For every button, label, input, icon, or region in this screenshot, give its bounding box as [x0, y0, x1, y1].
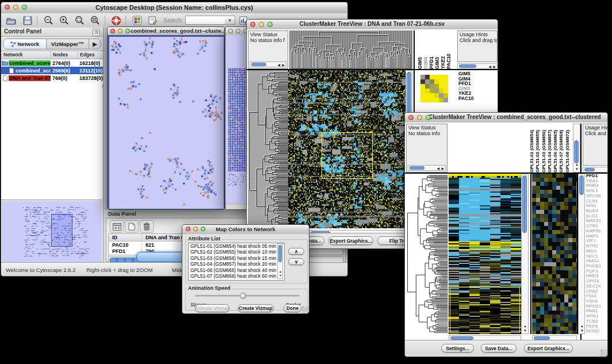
- scroll-left-icon[interactable]: ◀: [437, 167, 439, 170]
- tv1-row-labels[interactable]: GIM5GIM4PFD1GIM3YKE2PAC10: [458, 71, 474, 101]
- plugins-button[interactable]: [130, 14, 144, 26]
- zoom-button[interactable]: [125, 29, 130, 33]
- tv2-column-label[interactable]: GPL51-02 (GSM855): [535, 124, 541, 173]
- attribute-list-item[interactable]: GPL51-01 (GSM854) heat shock 05 min: [189, 243, 284, 249]
- tv2-heatmap-vscrollbar[interactable]: ▲ ▼: [521, 174, 529, 334]
- attribute-list-item[interactable]: GPL51-06 (GSM865) heat shock 40 min: [189, 267, 284, 273]
- speed-slider-track[interactable]: [195, 295, 300, 297]
- zoom-button[interactable]: [22, 5, 27, 10]
- save-session-button[interactable]: [21, 14, 35, 26]
- move-up-button[interactable]: ∧: [288, 248, 304, 255]
- close-button[interactable]: [5, 5, 10, 10]
- minimize-button[interactable]: [193, 227, 198, 231]
- scroll-thumb[interactable]: [579, 175, 584, 195]
- attribute-list-item[interactable]: GPL51-07 (GSM868) heat shock 60 min: [189, 273, 284, 279]
- scroll-up-icon[interactable]: ▲: [575, 163, 579, 166]
- zoom-fit-button[interactable]: [88, 14, 102, 26]
- tv2-gene-labels[interactable]: PFD1YRA1RNR4MSL1SPC98CLN1NIS1BUD4ELG1MAK…: [586, 174, 608, 334]
- attribute-list-item[interactable]: GPL51-04 (GSM857) heat shock 20 min: [189, 261, 284, 267]
- network-table-row[interactable]: combined_sco 2569(6) 13112(15): [1, 67, 103, 74]
- scroll-thumb[interactable]: [584, 168, 595, 171]
- tv2-genes-vscrollbar[interactable]: ▲ ▼: [578, 174, 585, 334]
- tv2-usage-hints-hscrollbar[interactable]: [583, 167, 608, 173]
- tv1-row-label[interactable]: PAC10: [458, 96, 474, 101]
- scroll-right-icon[interactable]: ▶: [282, 63, 285, 67]
- scroll-up-icon[interactable]: ▲: [279, 270, 282, 273]
- tv1-column-label[interactable]: GIM5: [417, 30, 423, 69]
- tv1-column-dendrogram[interactable]: [289, 30, 412, 69]
- scroll-down-icon[interactable]: ▼: [523, 329, 527, 332]
- scroll-thumb[interactable]: [278, 245, 282, 262]
- resize-grip[interactable]: [600, 350, 607, 357]
- search-dropdown-button[interactable]: ▼: [225, 16, 235, 25]
- attribute-list-item[interactable]: GPL51-03 (GSM856) heat shock 15 min: [189, 255, 284, 261]
- tv2-settings-button[interactable]: Settings...: [441, 344, 474, 352]
- new-attribute-button[interactable]: [125, 220, 139, 233]
- col-id[interactable]: ID: [109, 235, 142, 240]
- speed-slider-thumb[interactable]: [240, 293, 246, 299]
- birds-eye-view[interactable]: [2, 201, 102, 262]
- scroll-left-icon[interactable]: ◀: [277, 63, 280, 67]
- tv2-column-label[interactable]: GPL51-04 (GSM857): [547, 124, 553, 173]
- scroll-down-icon[interactable]: ▼: [580, 329, 584, 332]
- resize-grip[interactable]: [302, 306, 309, 313]
- attribute-list-vscrollbar[interactable]: ▲ ▼: [277, 243, 283, 279]
- attribute-select-button[interactable]: [110, 220, 124, 233]
- close-button[interactable]: [250, 22, 255, 27]
- zoom-selected-button[interactable]: [72, 14, 86, 26]
- tv1-column-label[interactable]: PFD1: [429, 30, 434, 69]
- zoom-out-button[interactable]: [41, 14, 55, 26]
- zoom-button[interactable]: [426, 115, 431, 120]
- tv2-column-labels[interactable]: GPL51-01 (GSM854)GPL51-02 (GSM855)GPL51-…: [529, 124, 573, 173]
- tv2-view-status-hscrollbar[interactable]: ◀ ▶: [408, 165, 446, 171]
- tv1-column-label[interactable]: YKE2: [440, 30, 446, 69]
- network-canvas[interactable]: [109, 37, 224, 209]
- tv1-heatmap[interactable]: [288, 70, 406, 228]
- help-button[interactable]: [109, 14, 123, 26]
- scroll-thumb[interactable]: [522, 175, 527, 233]
- tv1-column-label[interactable]: GIM3: [434, 30, 440, 69]
- tv2-column-label[interactable]: GPL51-08 (GSM872): [565, 124, 571, 173]
- network-view-titlebar[interactable]: combined_scores_good.txt--cluste...: [108, 27, 224, 36]
- tv2-column-label[interactable]: GPL51-06 (GSM865): [553, 124, 559, 173]
- done-button[interactable]: Done: [284, 304, 301, 312]
- close-button[interactable]: [408, 115, 414, 120]
- tab-vizmapper[interactable]: VizMapper™: [47, 39, 90, 49]
- scroll-thumb[interactable]: [574, 140, 579, 163]
- float-panel-icon[interactable]: ◳: [93, 29, 100, 36]
- col-nodes[interactable]: Nodes: [51, 51, 78, 59]
- minimize-button[interactable]: [118, 29, 123, 33]
- tv1-column-label[interactable]: PAC10: [446, 30, 452, 69]
- tv2-column-label[interactable]: GPL51-03 (GSM856): [541, 124, 547, 173]
- col-edges[interactable]: Edges: [78, 51, 103, 59]
- tv2-row-dendrogram[interactable]: [406, 174, 449, 334]
- tv2-column-label[interactable]: GPL51-01 (GSM854): [529, 124, 535, 173]
- tv2-column-dendrogram-area[interactable]: [449, 124, 528, 173]
- tab-overflow-button[interactable]: ▶: [89, 39, 101, 49]
- tv1-usage-hints-hscrollbar[interactable]: ◀ ▶: [457, 63, 498, 69]
- tv2-zoom-heatmap[interactable]: [532, 174, 577, 334]
- zoom-in-button[interactable]: [57, 14, 71, 26]
- treeview1-titlebar[interactable]: ClusterMaker TreeView : DNA and Tran 07-…: [247, 20, 498, 30]
- scroll-down-icon[interactable]: ▼: [279, 274, 282, 277]
- tab-network[interactable]: Network: [3, 39, 47, 49]
- tv2-column-label[interactable]: GPL51-07 (GSM868): [559, 124, 564, 173]
- attribute-list-item[interactable]: GPL51-02 (GSM855) heat shock 10 min: [189, 249, 284, 255]
- close-button[interactable]: [186, 227, 190, 231]
- scroll-up-icon[interactable]: ▲: [580, 324, 584, 328]
- tv1-export-graphics-button[interactable]: Export Graphics...: [328, 236, 373, 245]
- gene-label[interactable]: MON2: [586, 329, 608, 334]
- minimize-button[interactable]: [417, 115, 422, 120]
- create-vizmap-button[interactable]: Create Vizmap: [238, 304, 274, 312]
- scroll-thumb[interactable]: [459, 64, 476, 68]
- network-table-row[interactable]: combined_scores 2764(0) 16218(0): [1, 59, 103, 67]
- annotation-button[interactable]: [146, 14, 159, 26]
- move-down-button[interactable]: ∨: [288, 258, 304, 265]
- tv1-column-labels[interactable]: GIM5GIM4PFD1GIM3YKE2PAC10: [417, 30, 455, 69]
- tv2-labels-vscrollbar[interactable]: ▲ ▼: [573, 124, 580, 173]
- scroll-thumb[interactable]: [251, 63, 266, 66]
- tv1-column-label[interactable]: GIM4: [423, 30, 429, 69]
- minimize-button[interactable]: [259, 22, 264, 27]
- minimize-button[interactable]: [13, 5, 18, 10]
- open-session-button[interactable]: [5, 14, 18, 26]
